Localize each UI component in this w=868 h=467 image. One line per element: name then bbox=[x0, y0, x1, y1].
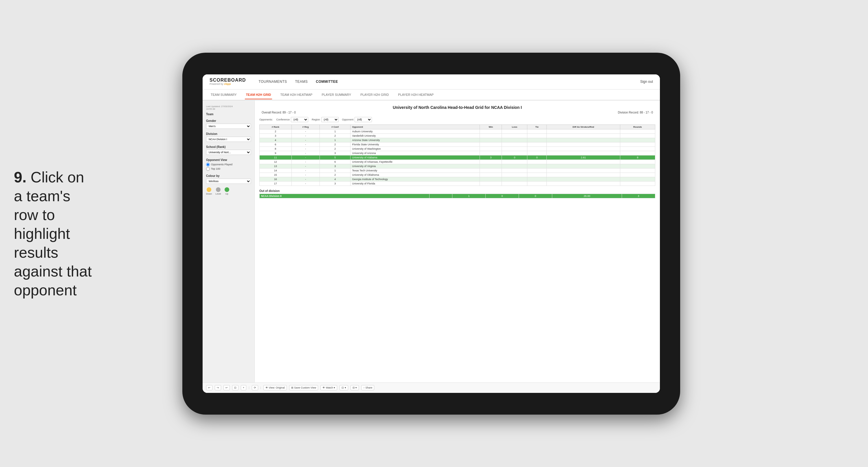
cell-opponent: University of Florida bbox=[350, 181, 480, 185]
cell-opponent: Georgia Institute of Technology bbox=[350, 177, 480, 181]
cell-tie bbox=[527, 138, 547, 142]
tab-player-summary[interactable]: PLAYER SUMMARY bbox=[320, 91, 352, 99]
cell-diff bbox=[547, 173, 620, 177]
cell-reg: - bbox=[291, 159, 319, 164]
cell-win bbox=[480, 142, 502, 146]
logo-area: SCOREBOARD Powered by clippi bbox=[210, 78, 246, 85]
cell-rounds bbox=[620, 159, 655, 164]
grid2-button[interactable]: ⊡ ▾ bbox=[340, 385, 348, 390]
cell-conf: 1 bbox=[319, 168, 350, 173]
cell-win bbox=[480, 129, 502, 134]
cell-win: 3 bbox=[480, 155, 502, 159]
cell-loss bbox=[502, 164, 527, 168]
main-content: Last Updated: 27/03/2024 16:55:38 Team G… bbox=[203, 100, 660, 382]
table-row[interactable]: 14 - 1 Texas Tech University bbox=[259, 168, 655, 173]
ood-label[interactable]: NCAA Division II bbox=[259, 194, 430, 198]
cell-rounds bbox=[620, 164, 655, 168]
save-custom-view-button[interactable]: ⊞ Save Custom View bbox=[289, 385, 318, 390]
legend-dot-level bbox=[216, 187, 221, 192]
cell-rank: 3 bbox=[259, 134, 292, 138]
h2h-table: # Rank # Reg # Conf Opponent Win Loss Ti… bbox=[259, 124, 655, 186]
nav-teams[interactable]: TEAMS bbox=[295, 79, 308, 85]
cell-opponent: University of Oklahoma bbox=[350, 173, 480, 177]
table-row[interactable]: 4 - 1 Arizona State University bbox=[259, 138, 655, 142]
tab-team-h2h-grid[interactable]: TEAM H2H GRID bbox=[245, 91, 272, 99]
cell-win bbox=[480, 134, 502, 138]
opponent-radio-group: Opponents Played Top 100 bbox=[206, 163, 251, 171]
table-row[interactable]: 2 - 1 Auburn University bbox=[259, 129, 655, 134]
cell-win bbox=[480, 146, 502, 151]
col-loss: Loss bbox=[502, 124, 527, 129]
table-row[interactable]: 9 - 3 University of Arizona bbox=[259, 151, 655, 155]
sub-nav: TEAM SUMMARY TEAM H2H GRID TEAM H2H HEAT… bbox=[203, 89, 660, 100]
tab-player-h2h-heatmap[interactable]: PLAYER H2H HEATMAP bbox=[397, 91, 435, 99]
cell-loss bbox=[502, 177, 527, 181]
tab-player-h2h-grid[interactable]: PLAYER H2H GRID bbox=[359, 91, 390, 99]
view-button[interactable]: 👁 View: Original bbox=[264, 385, 287, 390]
colour-by-select[interactable]: Win/loss bbox=[206, 179, 251, 184]
radio-opponents-played[interactable]: Opponents Played bbox=[206, 163, 251, 167]
table-row[interactable]: 6 - 2 Florida State University bbox=[259, 142, 655, 146]
tab-team-summary[interactable]: TEAM SUMMARY bbox=[210, 91, 238, 99]
division-select[interactable]: NCAA Division I bbox=[206, 137, 251, 142]
tablet-frame: SCOREBOARD Powered by clippi TOURNAMENTS… bbox=[182, 53, 680, 415]
add-button[interactable]: + bbox=[241, 385, 246, 390]
cell-win bbox=[480, 173, 502, 177]
table-row[interactable]: 16 - 4 Georgia Institute of Technology bbox=[259, 177, 655, 181]
ood-rounds: 3 bbox=[622, 194, 655, 198]
cell-opponent: University of Arkansas, Fayetteville bbox=[350, 159, 480, 164]
region-filter: Region (All) bbox=[312, 117, 339, 122]
sign-out-link[interactable]: Sign out bbox=[640, 80, 653, 84]
cell-reg: - bbox=[291, 155, 319, 159]
table-row[interactable]: 13 - 3 University of Virginia bbox=[259, 164, 655, 168]
region-select[interactable]: (All) bbox=[321, 117, 339, 122]
cell-loss bbox=[502, 181, 527, 185]
sidebar-team-section: Team bbox=[206, 113, 251, 116]
tab-team-h2h-heatmap[interactable]: TEAM H2H HEATMAP bbox=[279, 91, 313, 99]
cell-tie: 0 bbox=[527, 155, 547, 159]
table-row[interactable]: 15 - 2 University of Oklahoma bbox=[259, 173, 655, 177]
back-button[interactable]: ↩ bbox=[223, 385, 230, 390]
nav-tournaments[interactable]: TOURNAMENTS bbox=[259, 79, 287, 85]
table-row[interactable]: 12 - 6 University of Arkansas, Fayettevi… bbox=[259, 159, 655, 164]
list-button[interactable]: ⊟ ▾ bbox=[350, 385, 359, 390]
cell-rank: 15 bbox=[259, 173, 292, 177]
grid-button[interactable]: ⊡ bbox=[232, 385, 239, 390]
cell-diff bbox=[547, 134, 620, 138]
region-label: Region bbox=[312, 118, 320, 121]
radio-top100[interactable]: Top 100 bbox=[206, 167, 251, 171]
cell-conf: 2 bbox=[319, 134, 350, 138]
opponent-select[interactable]: (All) bbox=[354, 117, 372, 122]
cell-tie bbox=[527, 177, 547, 181]
nav-committee[interactable]: COMMITTEE bbox=[316, 79, 338, 85]
share-button[interactable]: ↑ Share bbox=[361, 385, 374, 390]
col-reg: # Reg bbox=[291, 124, 319, 129]
cell-rounds bbox=[620, 134, 655, 138]
cell-opponent: University of Virginia bbox=[350, 164, 480, 168]
cell-conf: 2 bbox=[319, 173, 350, 177]
out-of-division-table: NCAA Division II 1 0 0 26.00 3 bbox=[259, 194, 655, 198]
redo-button[interactable]: ↪ bbox=[215, 385, 221, 390]
cell-tie bbox=[527, 173, 547, 177]
cell-diff bbox=[547, 138, 620, 142]
watch-button[interactable]: 👁 Watch ▾ bbox=[320, 385, 337, 390]
table-row[interactable]: 11 - 5 University of Alabama 3 0 0 2.61 … bbox=[259, 155, 655, 159]
conference-select[interactable]: (All) bbox=[291, 117, 308, 122]
school-label: School (Rank) bbox=[206, 145, 251, 148]
table-row[interactable]: 3 - 2 Vanderbilt University bbox=[259, 134, 655, 138]
colour-by-label: Colour by bbox=[206, 174, 251, 177]
cell-loss bbox=[502, 168, 527, 173]
cell-loss bbox=[502, 129, 527, 134]
cell-rank: 17 bbox=[259, 181, 292, 185]
cell-loss bbox=[502, 138, 527, 142]
conference-label: Conference bbox=[276, 118, 290, 121]
ood-diff: 26.00 bbox=[552, 194, 622, 198]
gender-select[interactable]: Men's bbox=[206, 124, 251, 129]
table-row[interactable]: 17 - 3 University of Florida bbox=[259, 181, 655, 185]
table-row[interactable]: 8 - 2 University of Washington bbox=[259, 146, 655, 151]
school-select[interactable]: University of Nort... bbox=[206, 150, 251, 155]
refresh-button[interactable]: ⟳ bbox=[252, 385, 258, 390]
undo-button[interactable]: ↩ bbox=[206, 385, 212, 390]
cell-diff bbox=[547, 146, 620, 151]
col-opponent: Opponent bbox=[350, 124, 480, 129]
